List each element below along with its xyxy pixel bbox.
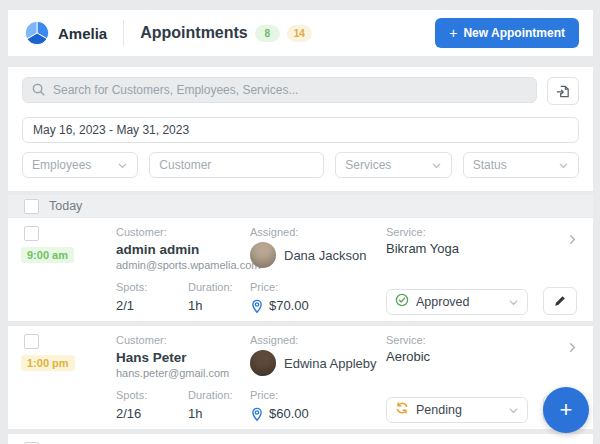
employees-filter-label: Employees: [32, 158, 91, 172]
price-label: Price:: [250, 389, 386, 402]
page-title: Appointments: [140, 24, 248, 42]
filters-card: Employees Services Status: [8, 67, 593, 191]
date-range-input[interactable]: [22, 117, 579, 143]
customer-label: Customer:: [116, 226, 250, 239]
add-appointment-fab[interactable]: +: [543, 387, 589, 433]
export-icon: [556, 84, 571, 99]
page: Amelia Appointments 8 14 + New Appointme…: [8, 0, 593, 444]
customer-name: admin admin: [116, 241, 250, 258]
chevron-down-icon: [117, 160, 128, 171]
services-filter-select[interactable]: Services: [335, 152, 451, 178]
spots-label: Spots:: [116, 389, 188, 402]
status-filter-select[interactable]: Status: [463, 152, 579, 178]
assigned-label: Assigned:: [250, 226, 386, 239]
customer-email: hans.peter@gmail.com: [116, 367, 250, 380]
chevron-down-icon: [558, 160, 569, 171]
time-badge: 9:00 am: [21, 247, 74, 263]
status-select[interactable]: Approved: [386, 289, 528, 315]
approved-status-icon: [395, 293, 409, 311]
appointments-list: 9:00 am Customer: admin admin admin@spor…: [8, 218, 593, 444]
services-filter-label: Services: [345, 158, 391, 172]
employees-filter-select[interactable]: Employees: [22, 152, 138, 178]
customer-name: Hans Peter: [116, 349, 250, 366]
service-name: Aerobic: [386, 349, 430, 364]
new-appointment-label: New Appointment: [463, 26, 565, 40]
status-label: Pending: [416, 403, 501, 417]
plus-icon: +: [449, 25, 457, 41]
approved-count-badge: 8: [255, 25, 280, 42]
row-expand-chevron[interactable]: [561, 226, 583, 272]
appointment-row: 1:00 pm Customer: Hans Peter hans.peter@…: [8, 326, 593, 429]
chevron-right-icon: [567, 342, 578, 353]
service-label: Service:: [386, 334, 561, 347]
price-label: Price:: [250, 281, 386, 294]
export-button[interactable]: [547, 77, 579, 105]
row-expand-chevron[interactable]: [561, 334, 583, 380]
duration-value: 1h: [188, 405, 250, 423]
chevron-down-icon: [508, 297, 519, 308]
duration-label: Duration:: [188, 389, 250, 402]
service-label: Service:: [386, 226, 561, 239]
brand-name: Amelia: [58, 25, 107, 42]
pending-count-badge: 14: [287, 25, 312, 42]
select-all-checkbox[interactable]: [24, 199, 39, 214]
price-value: $60.00: [269, 405, 309, 423]
service-name: Bikram Yoga: [386, 241, 459, 256]
spots-value: 2/1: [116, 297, 188, 315]
header-divider: [123, 20, 124, 46]
customer-label: Customer:: [116, 334, 250, 347]
assigned-label: Assigned:: [250, 334, 386, 347]
plus-icon: +: [560, 399, 573, 421]
pencil-icon: [553, 294, 567, 308]
today-group-bar: Today: [8, 195, 593, 217]
row-checkbox[interactable]: [24, 226, 39, 241]
status-select[interactable]: Pending: [386, 397, 528, 423]
search-icon: [31, 82, 46, 97]
employee-name: Edwina Appleby: [284, 356, 377, 371]
employee-avatar: [250, 242, 276, 268]
edit-appointment-button[interactable]: [543, 287, 577, 315]
time-badge: 1:00 pm: [21, 355, 75, 371]
appointment-row: 9:00 am Customer: admin admin admin@spor…: [8, 218, 593, 321]
location-pin-icon: [250, 407, 264, 422]
spots-value: 2/16: [116, 405, 188, 423]
duration-label: Duration:: [188, 281, 250, 294]
chevron-right-icon: [567, 234, 578, 245]
top-bar: Amelia Appointments 8 14 + New Appointme…: [8, 10, 593, 56]
employee-avatar: [250, 350, 276, 376]
status-label: Approved: [416, 295, 501, 309]
customer-email: admin@sports.wpamelia.com: [116, 259, 250, 272]
group-label: Today: [49, 199, 82, 213]
pending-status-icon: [395, 401, 409, 419]
spots-label: Spots:: [116, 281, 188, 294]
chevron-down-icon: [431, 160, 442, 171]
customer-filter-input[interactable]: [149, 152, 324, 178]
chevron-down-icon: [508, 405, 519, 416]
search-input[interactable]: [22, 77, 537, 103]
employee-name: Dana Jackson: [284, 248, 366, 263]
new-appointment-button[interactable]: + New Appointment: [435, 18, 579, 48]
row-checkbox[interactable]: [24, 334, 39, 349]
price-value: $70.00: [269, 297, 309, 315]
location-pin-icon: [250, 299, 264, 314]
status-filter-label: Status: [473, 158, 507, 172]
appointment-row: 9:00 pm Customer: John Doe johndoe@gmail…: [8, 434, 593, 444]
duration-value: 1h: [188, 297, 250, 315]
amelia-logo-icon: [24, 20, 50, 46]
